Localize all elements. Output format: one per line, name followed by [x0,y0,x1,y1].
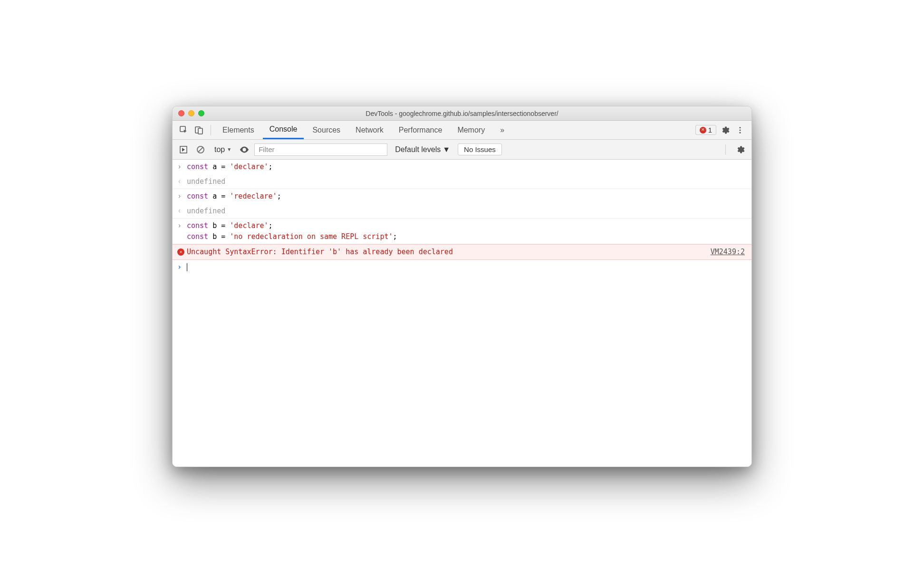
error-circle-icon [700,127,706,134]
console-output-row: undefined [173,204,751,219]
chevron-down-icon: ▼ [227,147,231,152]
tab-network[interactable]: Network [349,121,390,139]
devtools-window: DevTools - googlechrome.github.io/sample… [172,106,752,467]
toggle-drawer-icon[interactable] [177,143,190,156]
zoom-icon[interactable] [198,110,204,116]
inspect-icon[interactable] [177,124,191,137]
console-input-row: const a = 'redeclare'; [173,189,751,204]
source-link[interactable]: VM2439:2 [711,248,747,256]
levels-label: Default levels [395,145,441,154]
live-expression-icon[interactable] [239,144,250,155]
tab-performance[interactable]: Performance [392,121,449,139]
chevron-down-icon: ▼ [443,145,450,154]
svg-rect-2 [198,128,202,134]
close-icon[interactable] [178,110,184,116]
tab-elements[interactable]: Elements [216,121,261,139]
console-settings-gear-icon[interactable] [733,145,747,154]
filter-placeholder: Filter [259,145,274,153]
console-prompt[interactable] [173,260,751,275]
tabs-overflow[interactable]: » [493,121,511,139]
log-levels-selector[interactable]: Default levels ▼ [392,145,453,154]
window-title: DevTools - googlechrome.github.io/sample… [173,110,751,117]
tab-sources[interactable]: Sources [306,121,347,139]
console-toolbar: top ▼ Filter Default levels ▼ No Issues [173,140,751,160]
traffic-lights [178,110,204,116]
error-count: 1 [708,126,712,134]
console-input-row: const a = 'declare'; [173,160,751,174]
minimize-icon[interactable] [188,110,194,116]
settings-gear-icon[interactable] [718,125,732,135]
divider [211,125,211,135]
svg-point-3 [740,127,741,128]
error-circle-icon [177,248,184,256]
tab-memory[interactable]: Memory [451,121,491,139]
console-input-row: const b = 'declare'; const b = 'no redec… [173,219,751,244]
panel-tabs: Elements Console Sources Network Perform… [173,121,751,140]
svg-point-4 [740,129,741,131]
svg-point-8 [243,149,245,151]
clear-console-icon[interactable] [194,143,207,156]
context-selector[interactable]: top ▼ [212,145,234,154]
filter-input[interactable]: Filter [254,143,387,156]
context-label: top [214,145,225,154]
issues-button[interactable]: No Issues [458,143,502,155]
titlebar: DevTools - googlechrome.github.io/sample… [173,106,751,121]
tab-console[interactable]: Console [263,121,304,139]
console-error-row: Uncaught SyntaxError: Identifier 'b' has… [173,244,751,260]
svg-point-5 [740,132,741,133]
console-output-row: undefined [173,174,751,190]
device-toggle-icon[interactable] [192,124,206,137]
divider [725,144,726,155]
error-count-badge[interactable]: 1 [695,125,716,135]
kebab-menu-icon[interactable] [733,126,747,134]
console-output[interactable]: const a = 'declare';undefinedconst a = '… [173,160,751,467]
